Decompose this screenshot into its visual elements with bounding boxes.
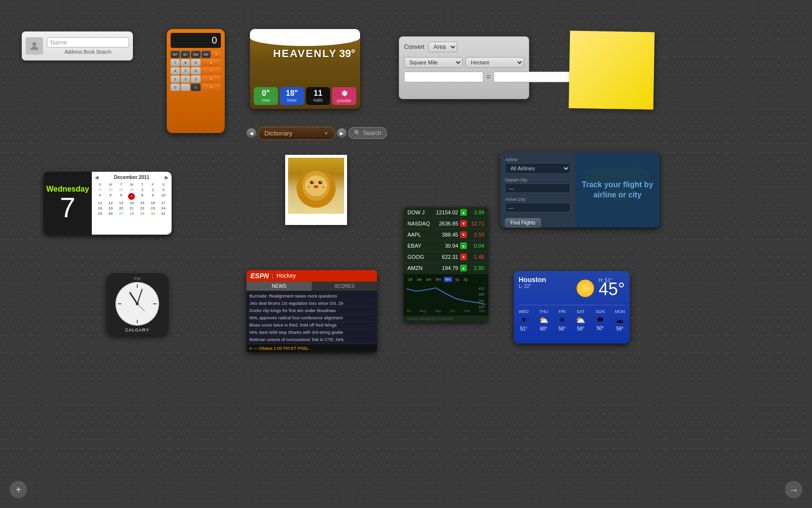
espn-news-3[interactable]: Ducks clip Kings for first win under Bou… bbox=[249, 307, 374, 314]
cal-cell-w3d0[interactable]: 11 bbox=[95, 200, 105, 206]
cal-cell-w2d1[interactable]: 5 bbox=[105, 193, 116, 200]
calc-8[interactable]: 8 bbox=[181, 59, 190, 66]
calendar-next-button[interactable]: ▶ bbox=[165, 175, 169, 180]
calc-plus-top[interactable]: + bbox=[212, 51, 221, 58]
cal-cell-w5d1[interactable]: 26 bbox=[105, 211, 116, 216]
sticky-note-widget[interactable] bbox=[569, 30, 655, 109]
cal-cell-w4d6[interactable]: 24 bbox=[158, 206, 169, 211]
stock-btn-1y[interactable]: 1y bbox=[454, 277, 461, 282]
espn-tab-scores[interactable]: SCORES bbox=[312, 282, 377, 291]
stock-btn-2y[interactable]: 2y bbox=[462, 277, 469, 282]
stock-row-aapl[interactable]: AAPL 388.45 ▼ 2.50 bbox=[404, 229, 488, 240]
calc-dot[interactable]: . bbox=[181, 84, 190, 91]
cal-cell-w5d3[interactable]: 28 bbox=[127, 211, 137, 216]
calc-m-plus[interactable]: m+ bbox=[171, 51, 180, 58]
calc-3[interactable]: 3 bbox=[191, 75, 200, 83]
cal-cell-w3d2[interactable]: 13 bbox=[116, 200, 127, 206]
cal-cell-w3d3[interactable]: 14 bbox=[127, 200, 137, 206]
cal-cell-w1d6[interactable]: 3 bbox=[158, 187, 169, 193]
calc-c[interactable]: c bbox=[191, 84, 200, 91]
espn-tab-news[interactable]: NEWS bbox=[246, 282, 312, 291]
converter-from-select[interactable]: Square Mile bbox=[404, 57, 463, 68]
calc-mr[interactable]: mr bbox=[202, 51, 211, 58]
cal-cell-w2d5[interactable]: 9 bbox=[147, 193, 158, 200]
cal-cell-w2d2[interactable]: 6 bbox=[116, 193, 127, 200]
cal-cell-w2d3[interactable]: 7 bbox=[127, 193, 137, 200]
calc-5[interactable]: 5 bbox=[181, 67, 190, 75]
stock-btn-1w[interactable]: 1w bbox=[415, 277, 423, 282]
dict-next-button[interactable]: ▶ bbox=[337, 128, 347, 138]
cal-cell-w1d5[interactable]: 2 bbox=[147, 187, 158, 193]
cal-cell-w5d0[interactable]: 25 bbox=[95, 211, 105, 216]
cal-cell-w2d6[interactable]: 10 bbox=[158, 193, 169, 200]
calc-1[interactable]: 1 bbox=[171, 75, 180, 83]
flight-depart-input[interactable] bbox=[505, 183, 570, 193]
stock-row-goog[interactable]: GOOG 622.31 ▼ 1.46 bbox=[404, 252, 488, 263]
name-input[interactable]: Name bbox=[47, 37, 129, 47]
espn-news-7[interactable]: Bettman unsure of concussions' link to C… bbox=[249, 336, 374, 344]
cal-cell-w3d4[interactable]: 15 bbox=[137, 200, 147, 206]
cal-cell-w1d2[interactable]: 29 bbox=[116, 187, 127, 193]
cal-cell-w3d1[interactable]: 12 bbox=[105, 200, 116, 206]
ski-weather-widget: HEAVENLY 39° 0" new 18" base 11 trails ❄… bbox=[250, 29, 360, 109]
cal-cell-w4d0[interactable]: 18 bbox=[95, 206, 105, 211]
calc-multiply[interactable]: x bbox=[202, 59, 221, 66]
converter-to-input[interactable] bbox=[493, 72, 573, 82]
calc-6[interactable]: 6 bbox=[191, 67, 200, 75]
calc-m-minus[interactable]: m- bbox=[181, 51, 190, 58]
calc-4[interactable]: 4 bbox=[171, 67, 180, 75]
calc-mc[interactable]: mc bbox=[191, 51, 200, 58]
stock-btn-3m[interactable]: 3m bbox=[434, 277, 442, 282]
calc-0[interactable]: 0 bbox=[171, 84, 180, 91]
cal-cell-w4d2[interactable]: 20 bbox=[116, 206, 127, 211]
flight-arrive-input[interactable] bbox=[505, 203, 570, 212]
calc-9[interactable]: 9 bbox=[191, 59, 200, 66]
converter-type-select[interactable]: Area bbox=[428, 42, 457, 52]
forecast-day-wed: WED bbox=[519, 309, 529, 314]
add-widget-button[interactable]: + bbox=[10, 481, 27, 498]
stock-row-dow[interactable]: DOW J 12154.02 ▲ 3.89 bbox=[404, 207, 488, 218]
espn-news-6[interactable]: NHL-best Wild stop Sharks with 3rd-strin… bbox=[249, 329, 374, 336]
cal-cell-w3d5[interactable]: 16 bbox=[147, 200, 158, 206]
converter-to-select[interactable]: Hectare bbox=[465, 57, 524, 68]
stock-btn-6m[interactable]: 6m bbox=[444, 277, 452, 282]
svg-point-26 bbox=[136, 302, 139, 305]
converter-from-input[interactable] bbox=[404, 72, 483, 82]
calc-2[interactable]: 2 bbox=[181, 75, 190, 83]
espn-news-4[interactable]: NHL approves radical four-conference ali… bbox=[249, 314, 374, 322]
calc-equals[interactable]: = bbox=[202, 84, 221, 91]
flight-find-button[interactable]: Find Flights bbox=[505, 218, 541, 227]
cal-cell-w4d5[interactable]: 23 bbox=[147, 206, 158, 211]
espn-news-1[interactable]: Burnside: Realignment raises more questi… bbox=[249, 293, 374, 300]
cal-cell-w2d4[interactable]: 8 bbox=[137, 193, 147, 200]
dict-search-wrap[interactable]: 🔍 Search bbox=[348, 127, 387, 139]
cal-cell-w2d0[interactable]: 4 bbox=[95, 193, 105, 200]
cal-cell-w3d6[interactable]: 17 bbox=[158, 200, 169, 206]
calc-plus[interactable]: + bbox=[202, 75, 221, 83]
cal-cell-w5d5[interactable]: 30 bbox=[147, 211, 158, 216]
cal-cell-w5d6[interactable]: 31 bbox=[158, 211, 169, 216]
dict-prev-button[interactable]: ◀ bbox=[246, 128, 256, 138]
espn-news-5[interactable]: Blues score twice in third, hold off Red… bbox=[249, 322, 374, 329]
cal-cell-w4d1[interactable]: 19 bbox=[105, 206, 116, 211]
cal-cell-w1d0[interactable]: 27 bbox=[95, 187, 105, 193]
calendar-prev-button[interactable]: ◀ bbox=[95, 175, 99, 180]
cal-cell-w5d2[interactable]: 27 bbox=[116, 211, 127, 216]
stock-dir-ebay: ▲ bbox=[460, 242, 467, 249]
stock-row-ebay[interactable]: EBAY 30.94 ▲ 0.04 bbox=[404, 240, 488, 252]
stock-btn-1m[interactable]: 1m bbox=[424, 277, 433, 282]
cal-cell-w4d3[interactable]: 21 bbox=[127, 206, 137, 211]
calc-minus[interactable]: − bbox=[202, 67, 221, 75]
stock-btn-1d[interactable]: 1d bbox=[406, 277, 414, 282]
espn-news-2[interactable]: Jets deal Bruins 1st regulation loss sin… bbox=[249, 300, 374, 307]
flight-airline-select[interactable]: All Airlines bbox=[505, 163, 570, 174]
cal-cell-w1d3[interactable]: 30 bbox=[127, 187, 137, 193]
stock-row-nasdaq[interactable]: NASDAQ 2636.85 ▼ 12.71 bbox=[404, 218, 488, 229]
cal-cell-w1d4[interactable]: 1 bbox=[137, 187, 147, 193]
stock-row-amzn[interactable]: AMZN 194.79 ▲ 2.80 bbox=[404, 263, 488, 274]
calc-7[interactable]: 7 bbox=[171, 59, 180, 66]
cal-cell-w4d4[interactable]: 22 bbox=[137, 206, 147, 211]
cal-cell-w5d4[interactable]: 29 bbox=[137, 211, 147, 216]
cal-cell-w1d1[interactable]: 28 bbox=[105, 187, 116, 193]
next-button[interactable]: → bbox=[785, 481, 802, 498]
